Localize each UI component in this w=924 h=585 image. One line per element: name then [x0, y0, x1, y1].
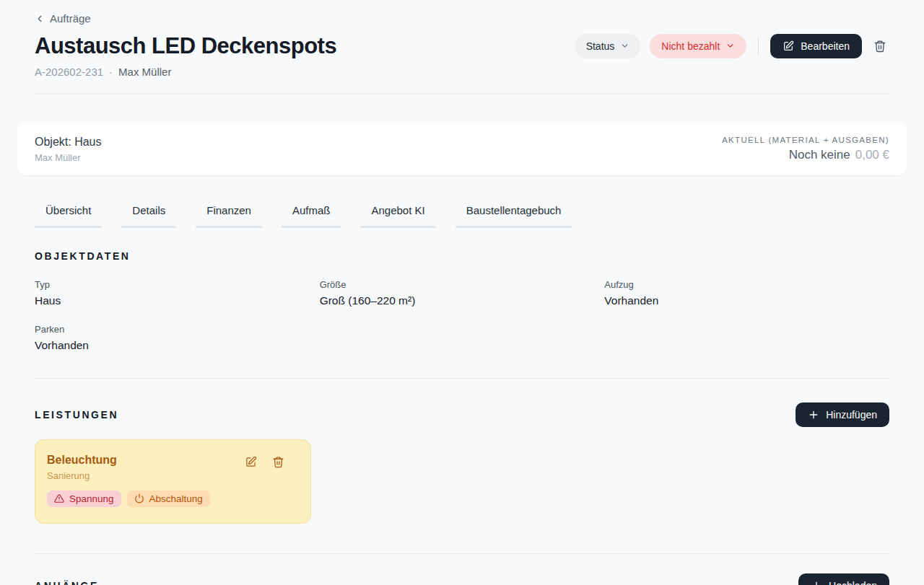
upload-button[interactable]: Hochladen	[798, 573, 889, 585]
vertical-divider	[758, 37, 759, 56]
tag-abschaltung: Abschaltung	[127, 491, 210, 507]
tab-underline	[456, 226, 572, 228]
section-divider	[35, 553, 889, 554]
chevron-down-icon	[620, 41, 629, 50]
tab-underline	[282, 226, 341, 228]
section-objektdaten: OBJEKTDATEN Typ Haus Größe Groß (160–220…	[35, 250, 889, 352]
objektdaten-fields: Typ Haus Größe Groß (160–220 m²) Aufzug …	[35, 279, 889, 352]
header-divider	[35, 94, 889, 94]
summary-customer: Max Müller	[35, 152, 101, 163]
tab-underline	[35, 226, 102, 228]
title-row: Austausch LED Deckenspots Status Nicht b…	[35, 33, 889, 59]
tab-finanzen[interactable]: Finanzen	[196, 204, 262, 228]
edit-button-label: Bearbeiten	[801, 40, 850, 52]
field-parken: Parken Vorhanden	[35, 324, 320, 352]
tab-bar: Übersicht Details Finanzen Aufmaß Angebo…	[35, 204, 889, 228]
edit-button[interactable]: Bearbeiten	[770, 34, 862, 58]
plus-icon	[808, 409, 819, 421]
breadcrumb-back-link[interactable]: Aufträge	[35, 0, 91, 25]
tab-underline	[196, 226, 262, 228]
chevron-down-icon	[725, 41, 735, 50]
tab-baustellentagebuch[interactable]: Baustellentagebuch	[456, 204, 572, 228]
service-subtitle: Sanierung	[47, 470, 117, 481]
service-title: Beleuchtung	[47, 454, 117, 467]
pencil-square-icon	[245, 456, 257, 468]
warning-triangle-icon	[54, 493, 64, 503]
summary-object-label: Objekt: Haus	[35, 136, 101, 149]
summary-total: AKTUELL (MATERIAL + AUSGABEN) Noch keine…	[722, 136, 889, 162]
order-id: A-202602-231	[35, 66, 103, 78]
objektdaten-heading: OBJEKTDATEN	[35, 250, 889, 262]
summary-object: Objekt: Haus Max Müller	[35, 136, 101, 163]
pencil-square-icon	[783, 40, 794, 52]
payment-status-dropdown[interactable]: Nicht bezahlt	[650, 34, 746, 58]
field-groesse: Größe Groß (160–220 m²)	[320, 279, 605, 307]
section-divider	[35, 378, 889, 379]
service-card-beleuchtung: Beleuchtung Sanierung Spannung	[35, 439, 311, 524]
add-service-button[interactable]: Hinzufügen	[796, 403, 889, 427]
summary-total-label: AKTUELL (MATERIAL + AUSGABEN)	[722, 136, 889, 144]
power-icon	[134, 493, 144, 503]
plus-icon	[811, 580, 822, 585]
page-title: Austausch LED Deckenspots	[35, 33, 336, 59]
tab-uebersicht[interactable]: Übersicht	[35, 204, 102, 228]
service-tags: Spannung Abschaltung	[47, 491, 299, 507]
anhaenge-heading: ANHÄNGE	[35, 580, 99, 585]
order-meta: A-202602-231 · Max Müller	[35, 66, 889, 78]
service-delete-button[interactable]	[272, 456, 284, 470]
status-dropdown-label: Status	[586, 40, 615, 52]
service-edit-button[interactable]	[245, 456, 257, 470]
tab-aufmass[interactable]: Aufmaß	[282, 204, 341, 228]
upload-button-label: Hochladen	[829, 580, 877, 585]
trash-icon	[873, 40, 886, 53]
meta-separator: ·	[109, 66, 113, 78]
leistungen-heading: LEISTUNGEN	[35, 409, 118, 421]
tab-underline	[121, 226, 176, 228]
tab-underline	[360, 226, 435, 228]
tab-details[interactable]: Details	[121, 204, 176, 228]
summary-total-amount: 0,00 €	[855, 148, 889, 162]
delete-order-button[interactable]	[871, 37, 889, 56]
leistungen-header-row: LEISTUNGEN Hinzufügen	[35, 403, 889, 427]
chevron-left-icon	[35, 14, 45, 24]
status-dropdown[interactable]: Status	[575, 34, 642, 58]
anhaenge-header-row: ANHÄNGE Hochladen	[35, 573, 889, 585]
back-link-label: Aufträge	[50, 12, 91, 25]
service-actions	[245, 454, 299, 470]
trash-icon	[272, 456, 284, 468]
tag-spannung: Spannung	[47, 491, 121, 507]
order-detail-page: Aufträge Austausch LED Deckenspots Statu…	[0, 0, 924, 585]
field-aufzug: Aufzug Vorhanden	[604, 279, 889, 307]
payment-status-label: Nicht bezahlt	[661, 40, 720, 52]
service-card-text: Beleuchtung Sanierung	[47, 454, 117, 481]
field-typ: Typ Haus	[35, 279, 320, 307]
summary-card: Objekt: Haus Max Müller AKTUELL (MATERIA…	[17, 122, 907, 175]
tab-angebot-ki[interactable]: Angebot KI	[360, 204, 435, 228]
summary-total-text: Noch keine	[789, 148, 850, 162]
customer-name: Max Müller	[118, 66, 171, 78]
header-actions: Status Nicht bezahlt Bearbeiten	[575, 34, 889, 58]
add-service-button-label: Hinzufügen	[826, 409, 877, 421]
